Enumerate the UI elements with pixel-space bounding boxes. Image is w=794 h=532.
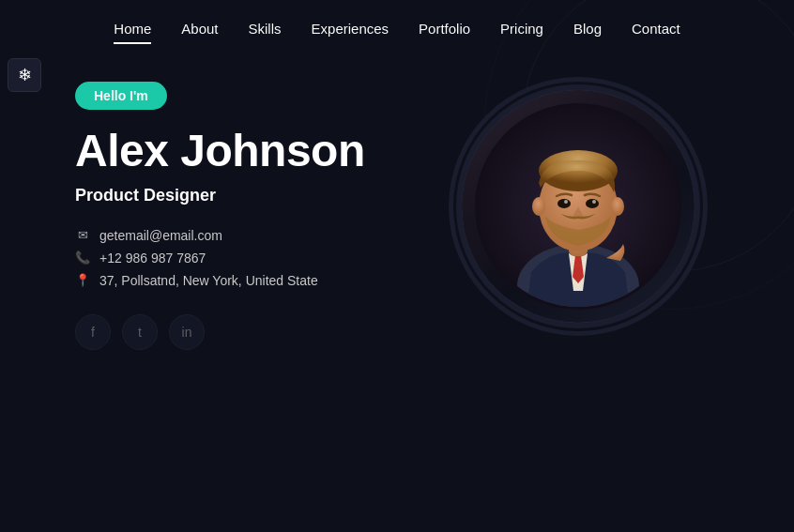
email-icon: ✉ [75,228,90,243]
social-linkedin[interactable]: in [169,314,205,350]
social-facebook[interactable]: f [75,314,111,350]
svg-point-11 [611,197,624,216]
hero-name: Alex Johnson [75,127,365,176]
phone-text: +12 986 987 7867 [99,251,206,266]
email-item: ✉ getemail@email.com [75,228,365,243]
svg-point-6 [557,199,571,208]
contact-info: ✉ getemail@email.com 📞 +12 986 987 7867 … [75,228,365,288]
email-text: getemail@email.com [99,228,222,243]
bottom-fade [0,438,794,532]
nav-about[interactable]: About [181,17,218,40]
profile-circle-inner [462,90,695,323]
hero-section: Hello I'm Alex Johnson Product Designer … [0,53,794,350]
nav-experiences[interactable]: Experiences [312,17,389,40]
svg-point-7 [586,199,599,208]
profile-circle [456,84,700,328]
hero-left: Hello I'm Alex Johnson Product Designer … [75,82,365,350]
nav-pricing[interactable]: Pricing [500,17,543,40]
svg-point-8 [564,200,568,204]
social-buttons: f t in [75,314,365,350]
location-icon: 📍 [75,273,90,288]
svg-point-9 [592,200,596,204]
nav-skills[interactable]: Skills [249,17,282,40]
svg-point-10 [532,197,545,216]
hero-job-title: Product Designer [75,186,365,205]
phone-item: 📞 +12 986 987 7867 [75,251,365,266]
main-nav: Home About Skills Experiences Portfolio … [0,0,794,53]
address-text: 37, Pollsatnd, New York, United State [99,273,318,288]
nav-blog[interactable]: Blog [573,17,602,40]
nav-portfolio[interactable]: Portfolio [419,17,470,40]
phone-icon: 📞 [75,251,90,266]
snowflake-button[interactable]: ❄ [8,58,41,92]
address-item: 📍 37, Pollsatnd, New York, United State [75,273,365,288]
profile-avatar-svg [475,103,681,310]
snowflake-icon: ❄ [18,65,32,85]
nav-contact[interactable]: Contact [632,17,680,40]
hello-badge[interactable]: Hello I'm [75,82,167,110]
profile-image-container [456,84,719,347]
social-twitter[interactable]: t [122,314,158,350]
nav-home[interactable]: Home [114,17,151,40]
